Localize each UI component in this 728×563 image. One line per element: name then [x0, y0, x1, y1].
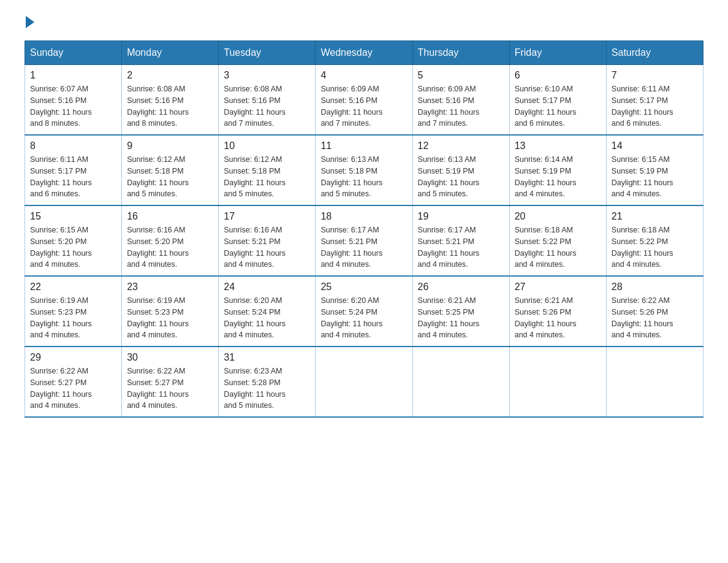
day-info: Sunrise: 6:22 AM Sunset: 5:27 PM Dayligh…	[30, 366, 116, 412]
day-number: 23	[127, 282, 213, 293]
day-number: 17	[224, 211, 310, 222]
weekday-header-saturday: Saturday	[606, 41, 703, 65]
logo	[25, 18, 34, 28]
calendar-cell: 15 Sunrise: 6:15 AM Sunset: 5:20 PM Dayl…	[25, 205, 122, 276]
day-number: 18	[320, 211, 407, 222]
day-number: 9	[127, 140, 213, 151]
calendar-cell: 20 Sunrise: 6:18 AM Sunset: 5:22 PM Dayl…	[509, 205, 606, 276]
calendar-cell: 16 Sunrise: 6:16 AM Sunset: 5:20 PM Dayl…	[122, 205, 219, 276]
calendar-cell: 22 Sunrise: 6:19 AM Sunset: 5:23 PM Dayl…	[25, 276, 122, 347]
day-number: 8	[30, 140, 116, 151]
calendar-cell: 9 Sunrise: 6:12 AM Sunset: 5:18 PM Dayli…	[122, 135, 219, 205]
day-info: Sunrise: 6:19 AM Sunset: 5:23 PM Dayligh…	[30, 295, 116, 341]
weekday-header-tuesday: Tuesday	[219, 41, 316, 65]
day-number: 27	[515, 282, 601, 293]
weekday-header-monday: Monday	[122, 41, 219, 65]
calendar-week-5: 29 Sunrise: 6:22 AM Sunset: 5:27 PM Dayl…	[25, 347, 703, 417]
day-info: Sunrise: 6:15 AM Sunset: 5:19 PM Dayligh…	[612, 154, 698, 200]
day-number: 31	[224, 352, 310, 363]
day-info: Sunrise: 6:19 AM Sunset: 5:23 PM Dayligh…	[127, 295, 213, 341]
calendar-cell	[316, 347, 412, 417]
day-info: Sunrise: 6:12 AM Sunset: 5:18 PM Dayligh…	[127, 154, 213, 200]
calendar-week-3: 15 Sunrise: 6:15 AM Sunset: 5:20 PM Dayl…	[25, 205, 703, 276]
day-info: Sunrise: 6:08 AM Sunset: 5:16 PM Dayligh…	[127, 83, 213, 129]
calendar-cell: 21 Sunrise: 6:18 AM Sunset: 5:22 PM Dayl…	[606, 205, 703, 276]
day-number: 7	[612, 70, 698, 81]
calendar-cell	[509, 347, 606, 417]
day-info: Sunrise: 6:21 AM Sunset: 5:25 PM Dayligh…	[418, 295, 504, 341]
day-number: 22	[30, 282, 116, 293]
day-info: Sunrise: 6:14 AM Sunset: 5:19 PM Dayligh…	[515, 154, 601, 200]
day-info: Sunrise: 6:16 AM Sunset: 5:20 PM Dayligh…	[127, 224, 213, 270]
day-info: Sunrise: 6:07 AM Sunset: 5:16 PM Dayligh…	[30, 83, 116, 129]
day-number: 19	[418, 211, 504, 222]
page-header	[25, 18, 703, 28]
calendar-body: 1 Sunrise: 6:07 AM Sunset: 5:16 PM Dayli…	[25, 65, 703, 418]
calendar-cell: 24 Sunrise: 6:20 AM Sunset: 5:24 PM Dayl…	[219, 276, 316, 347]
day-number: 28	[612, 282, 698, 293]
day-number: 25	[320, 282, 407, 293]
calendar-cell: 2 Sunrise: 6:08 AM Sunset: 5:16 PM Dayli…	[122, 65, 219, 136]
calendar-cell: 31 Sunrise: 6:23 AM Sunset: 5:28 PM Dayl…	[219, 347, 316, 417]
calendar-cell: 7 Sunrise: 6:11 AM Sunset: 5:17 PM Dayli…	[606, 65, 703, 136]
day-info: Sunrise: 6:09 AM Sunset: 5:16 PM Dayligh…	[418, 83, 504, 129]
calendar-header: SundayMondayTuesdayWednesdayThursdayFrid…	[25, 41, 703, 65]
day-number: 5	[418, 70, 504, 81]
day-info: Sunrise: 6:09 AM Sunset: 5:16 PM Dayligh…	[320, 83, 407, 129]
day-number: 11	[320, 140, 407, 151]
calendar-cell: 1 Sunrise: 6:07 AM Sunset: 5:16 PM Dayli…	[25, 65, 122, 136]
weekday-header-wednesday: Wednesday	[316, 41, 412, 65]
calendar-cell: 19 Sunrise: 6:17 AM Sunset: 5:21 PM Dayl…	[412, 205, 509, 276]
day-info: Sunrise: 6:13 AM Sunset: 5:19 PM Dayligh…	[418, 154, 504, 200]
day-number: 24	[224, 282, 310, 293]
day-info: Sunrise: 6:08 AM Sunset: 5:16 PM Dayligh…	[224, 83, 310, 129]
calendar-table: SundayMondayTuesdayWednesdayThursdayFrid…	[25, 40, 703, 418]
day-info: Sunrise: 6:15 AM Sunset: 5:20 PM Dayligh…	[30, 224, 116, 270]
calendar-cell: 23 Sunrise: 6:19 AM Sunset: 5:23 PM Dayl…	[122, 276, 219, 347]
calendar-cell: 13 Sunrise: 6:14 AM Sunset: 5:19 PM Dayl…	[509, 135, 606, 205]
calendar-cell: 6 Sunrise: 6:10 AM Sunset: 5:17 PM Dayli…	[509, 65, 606, 136]
day-info: Sunrise: 6:10 AM Sunset: 5:17 PM Dayligh…	[515, 83, 601, 129]
day-info: Sunrise: 6:12 AM Sunset: 5:18 PM Dayligh…	[224, 154, 310, 200]
day-number: 13	[515, 140, 601, 151]
day-number: 4	[320, 70, 407, 81]
calendar-cell: 25 Sunrise: 6:20 AM Sunset: 5:24 PM Dayl…	[316, 276, 412, 347]
day-info: Sunrise: 6:17 AM Sunset: 5:21 PM Dayligh…	[418, 224, 504, 270]
calendar-cell: 30 Sunrise: 6:22 AM Sunset: 5:27 PM Dayl…	[122, 347, 219, 417]
calendar-cell: 10 Sunrise: 6:12 AM Sunset: 5:18 PM Dayl…	[219, 135, 316, 205]
calendar-week-1: 1 Sunrise: 6:07 AM Sunset: 5:16 PM Dayli…	[25, 65, 703, 136]
day-info: Sunrise: 6:18 AM Sunset: 5:22 PM Dayligh…	[515, 224, 601, 270]
day-number: 16	[127, 211, 213, 222]
calendar-cell	[606, 347, 703, 417]
day-number: 6	[515, 70, 601, 81]
calendar-week-4: 22 Sunrise: 6:19 AM Sunset: 5:23 PM Dayl…	[25, 276, 703, 347]
calendar-cell	[412, 347, 509, 417]
day-number: 3	[224, 70, 310, 81]
calendar-cell: 12 Sunrise: 6:13 AM Sunset: 5:19 PM Dayl…	[412, 135, 509, 205]
day-info: Sunrise: 6:13 AM Sunset: 5:18 PM Dayligh…	[320, 154, 407, 200]
day-number: 29	[30, 352, 116, 363]
calendar-cell: 27 Sunrise: 6:21 AM Sunset: 5:26 PM Dayl…	[509, 276, 606, 347]
day-info: Sunrise: 6:16 AM Sunset: 5:21 PM Dayligh…	[224, 224, 310, 270]
calendar-cell: 17 Sunrise: 6:16 AM Sunset: 5:21 PM Dayl…	[219, 205, 316, 276]
day-info: Sunrise: 6:22 AM Sunset: 5:26 PM Dayligh…	[612, 295, 698, 341]
calendar-cell: 11 Sunrise: 6:13 AM Sunset: 5:18 PM Dayl…	[316, 135, 412, 205]
day-info: Sunrise: 6:18 AM Sunset: 5:22 PM Dayligh…	[612, 224, 698, 270]
day-info: Sunrise: 6:20 AM Sunset: 5:24 PM Dayligh…	[320, 295, 407, 341]
day-number: 10	[224, 140, 310, 151]
day-info: Sunrise: 6:11 AM Sunset: 5:17 PM Dayligh…	[612, 83, 698, 129]
calendar-cell: 3 Sunrise: 6:08 AM Sunset: 5:16 PM Dayli…	[219, 65, 316, 136]
logo-blue-part	[25, 18, 34, 28]
day-info: Sunrise: 6:21 AM Sunset: 5:26 PM Dayligh…	[515, 295, 601, 341]
day-number: 15	[30, 211, 116, 222]
day-number: 30	[127, 352, 213, 363]
weekday-header-thursday: Thursday	[412, 41, 509, 65]
calendar-cell: 4 Sunrise: 6:09 AM Sunset: 5:16 PM Dayli…	[316, 65, 412, 136]
day-info: Sunrise: 6:11 AM Sunset: 5:17 PM Dayligh…	[30, 154, 116, 200]
calendar-cell: 26 Sunrise: 6:21 AM Sunset: 5:25 PM Dayl…	[412, 276, 509, 347]
weekday-header-row: SundayMondayTuesdayWednesdayThursdayFrid…	[25, 41, 703, 65]
day-info: Sunrise: 6:20 AM Sunset: 5:24 PM Dayligh…	[224, 295, 310, 341]
day-number: 2	[127, 70, 213, 81]
weekday-header-sunday: Sunday	[25, 41, 122, 65]
calendar-cell: 18 Sunrise: 6:17 AM Sunset: 5:21 PM Dayl…	[316, 205, 412, 276]
